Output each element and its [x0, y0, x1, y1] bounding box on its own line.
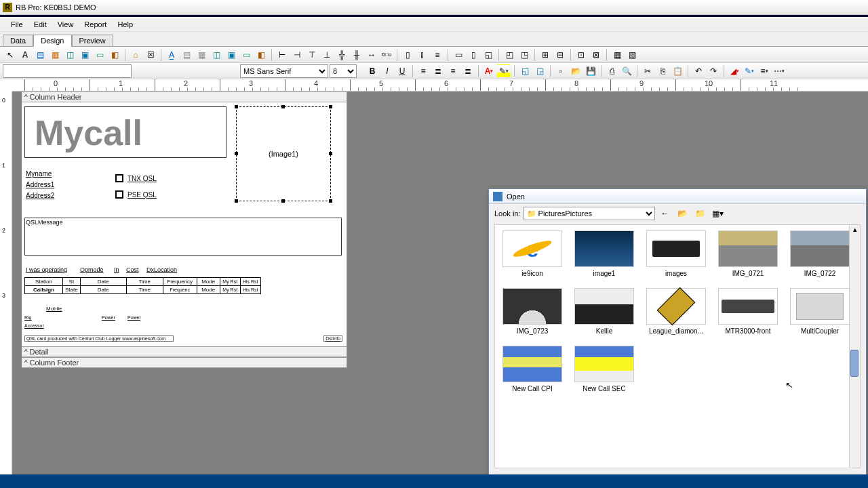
memo-icon[interactable]: ▤ — [33, 48, 47, 62]
bring-front-icon[interactable]: ◱ — [518, 64, 532, 78]
print-icon[interactable]: ⎙ — [605, 64, 618, 78]
calc-icon[interactable]: ☒ — [144, 48, 157, 62]
file-grid[interactable]: eie9iconimage1imagesIMG_0721IMG_0722IMG_… — [494, 224, 861, 468]
bold-icon[interactable]: B — [366, 64, 379, 78]
db-icon[interactable]: ⌂ — [129, 48, 142, 62]
preview-icon[interactable]: 🔍 — [620, 64, 633, 78]
dbbar-icon[interactable]: ▭ — [239, 48, 253, 62]
file-item[interactable]: IMG_0721 — [716, 230, 780, 277]
highlight-icon[interactable]: ✎▾ — [497, 64, 511, 78]
line-color-icon[interactable]: ✎▾ — [743, 64, 756, 78]
send-back-icon[interactable]: ◲ — [533, 64, 547, 78]
text-icon[interactable]: A — [18, 48, 32, 62]
space-h-icon[interactable]: ↔ — [365, 48, 378, 62]
image-icon[interactable]: ▭ — [93, 48, 106, 62]
group-icon[interactable]: ▭ — [452, 48, 465, 62]
new-folder-icon[interactable]: 📁 — [694, 207, 707, 220]
open-icon[interactable]: 📂 — [569, 64, 583, 78]
dbcheck-icon[interactable]: ◧ — [254, 48, 268, 62]
menu-report[interactable]: Report — [79, 19, 112, 30]
menu-view[interactable]: View — [52, 19, 79, 30]
align-left-icon[interactable]: ⊢ — [275, 48, 289, 62]
file-item[interactable]: New Call SEC — [572, 346, 636, 392]
line-style-icon[interactable]: ⋯▾ — [772, 64, 786, 78]
align-bottom-icon[interactable]: ╫ — [350, 48, 363, 62]
tab-preview[interactable]: Preview — [72, 35, 113, 47]
log-table[interactable]: Station St Date Time Frequency Mode My R… — [24, 277, 261, 294]
section-detail[interactable]: ^ Detail — [22, 346, 347, 357]
justify-left-icon[interactable]: ≡ — [416, 64, 430, 78]
file-item[interactable]: MultiCoupler — [788, 288, 852, 335]
ungroup-icon[interactable]: ▯ — [467, 48, 480, 62]
font-name-select[interactable]: MS Sans Serif — [240, 64, 328, 78]
file-item[interactable]: image1 — [572, 230, 636, 277]
space-v-icon[interactable]: D□o — [380, 48, 393, 62]
section-column-header[interactable]: ^ Column Header — [22, 92, 347, 102]
tab-data[interactable]: Data — [3, 35, 33, 47]
font-size-select[interactable]: 8 — [330, 64, 357, 78]
file-item[interactable]: IMG_0722 — [788, 230, 852, 277]
new-icon[interactable]: ▫ — [554, 64, 568, 78]
dxloc-label[interactable]: DxLocation — [146, 266, 177, 273]
view-menu-icon[interactable]: ▦▾ — [711, 207, 725, 220]
in-label[interactable]: In — [114, 266, 119, 273]
dbtext-icon[interactable]: A̲ — [165, 48, 178, 62]
dbrich-icon[interactable]: ▦ — [195, 48, 208, 62]
copy-icon[interactable]: ⎘ — [656, 64, 669, 78]
file-item[interactable]: IMG_0723 — [500, 288, 564, 335]
pse-checkbox[interactable]: PSE QSL — [115, 190, 157, 199]
front-icon[interactable]: ◱ — [481, 48, 495, 62]
file-item[interactable]: eie9icon — [500, 230, 564, 277]
address2-field[interactable]: Address2 — [26, 192, 54, 199]
tnx-checkbox[interactable]: TNX QSL — [115, 174, 157, 182]
section-column-footer[interactable]: ^ Column Footer — [22, 357, 347, 368]
dbmemo-icon[interactable]: ▤ — [180, 48, 193, 62]
pointer-icon[interactable]: ↖ — [3, 48, 17, 62]
nudge-r-icon[interactable]: ◳ — [517, 48, 531, 62]
paste-icon[interactable]: 📋 — [671, 64, 684, 78]
accessor-label[interactable]: Accessor — [24, 323, 44, 328]
cost-label[interactable]: Cost — [126, 266, 139, 273]
menu-edit[interactable]: Edit — [28, 19, 52, 30]
justify-center-icon[interactable]: ≣ — [431, 64, 445, 78]
mycall-label[interactable]: Mycall — [24, 106, 226, 158]
justify-full-icon[interactable]: ≣ — [461, 64, 475, 78]
up-icon[interactable]: 📂 — [676, 207, 690, 220]
align-top-icon[interactable]: ⊥ — [320, 48, 334, 62]
center-h-icon[interactable]: ▯ — [401, 48, 414, 62]
scrollbar[interactable]: ▴ — [849, 225, 860, 468]
image-placeholder[interactable]: (Image1) — [236, 106, 331, 201]
shape-icon[interactable]: ◧ — [108, 48, 121, 62]
grid-icon[interactable]: ⊟ — [553, 48, 567, 62]
same-w-icon[interactable]: ≡ — [431, 48, 444, 62]
footer-credit[interactable]: QSL card produced with Centuri Club Logg… — [24, 336, 174, 342]
justify-right-icon[interactable]: ≡ — [446, 64, 460, 78]
scroll-thumb[interactable] — [850, 350, 859, 377]
power-label[interactable]: Power — [102, 315, 115, 320]
powel-label[interactable]: Powel — [127, 315, 140, 320]
dialog-title-bar[interactable]: Open — [489, 189, 866, 204]
fit-icon[interactable]: ⊠ — [589, 48, 603, 62]
dbcalc-icon[interactable]: ◫ — [210, 48, 223, 62]
mobile-label[interactable]: Mobile — [46, 306, 62, 312]
file-item[interactable]: images — [644, 230, 708, 277]
tab-design[interactable]: Design — [33, 35, 71, 47]
lock-icon[interactable]: ▦ — [610, 48, 624, 62]
align-right-icon[interactable]: ⊤ — [305, 48, 319, 62]
file-item[interactable]: MTR3000-front — [716, 288, 780, 335]
menu-file[interactable]: File — [5, 19, 28, 30]
rig-label[interactable]: Rig — [24, 315, 32, 320]
undo-icon[interactable]: ↶ — [692, 64, 705, 78]
redo-icon[interactable]: ↷ — [707, 64, 720, 78]
back-icon[interactable]: ← — [658, 207, 672, 220]
snap-icon[interactable]: ⊞ — [538, 48, 552, 62]
opmode-label[interactable]: Opmode — [80, 266, 104, 273]
qslmessage-box[interactable]: QSLMessage — [24, 218, 342, 256]
unlock-icon[interactable]: ▧ — [625, 48, 639, 62]
line-weight-icon[interactable]: ≡▾ — [757, 64, 771, 78]
var-icon[interactable]: ▣ — [78, 48, 92, 62]
address1-field[interactable]: Address1 — [26, 181, 54, 188]
file-item[interactable]: Kellie — [572, 288, 636, 335]
fill-color-icon[interactable]: ◢▾ — [728, 64, 741, 78]
lookin-select[interactable]: 📁 PicturesPictures — [524, 207, 655, 220]
